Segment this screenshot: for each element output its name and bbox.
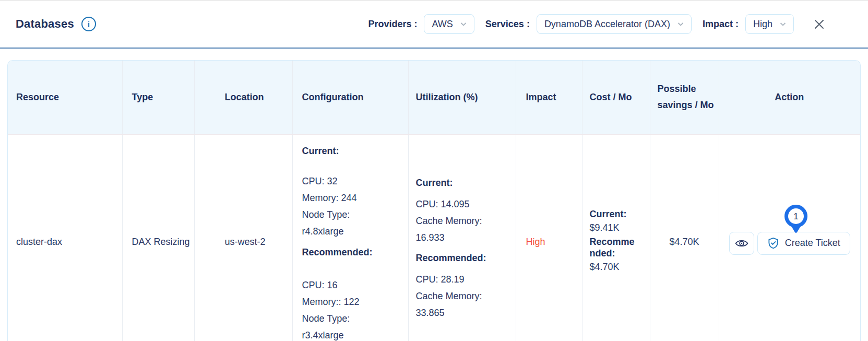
utilization-recommended-label: Recommended: [416,252,495,264]
page-title: Databases [16,17,74,31]
cost-current-value: $9.41K [590,220,637,236]
impact-badge: High [526,237,545,247]
column-header-action: Action [719,61,860,134]
config-recommended-line: CPU: 16 [302,277,408,293]
utilization-current-line: Cache Memory: 16.933 [416,213,495,246]
cell-possible-savings: $4.70K [650,134,719,341]
services-dropdown[interactable]: DynamoDB Accelerator (DAX) [537,14,692,34]
config-current-line: r4.8xlarge [302,223,408,240]
config-recommended-line: Memory:: 122 [302,293,408,310]
utilization-current-label: Current: [416,177,495,189]
column-header-impact: Impact [516,61,582,134]
view-details-button[interactable] [729,232,754,255]
cost-current-label: Current: [590,208,637,220]
chevron-down-icon [676,20,685,28]
close-panel-button[interactable] [811,16,827,32]
utilization-recommended-line: CPU: 28.19 [416,271,495,288]
cell-impact: High [516,134,582,341]
providers-label: Providers : [368,19,417,30]
recommendations-table: Resource Type Location Configuration Uti… [7,60,861,341]
column-header-utilization: Utilization (%) [408,61,516,134]
cell-action: Create Ticket [719,134,860,341]
create-ticket-button[interactable]: Create Ticket [757,232,850,255]
column-header-type: Type [122,61,194,134]
utilization-current-line: CPU: 14.095 [416,196,495,213]
config-recommended-label: Recommended: [302,246,408,258]
cell-configuration: Current: CPU: 32 Memory: 244 Node Type: … [292,134,408,341]
create-ticket-label: Create Ticket [785,238,840,249]
eye-icon [735,237,748,250]
column-header-cost: Cost / Mo [582,61,650,134]
config-current-line: Memory: 244 [302,190,408,206]
cell-cost: Current: $9.41K Recommended: $4.70K [582,134,650,341]
chevron-down-icon [779,20,787,28]
column-header-resource: Resource [8,61,122,134]
services-dropdown-value: DynamoDB Accelerator (DAX) [544,19,670,30]
shield-check-icon [767,237,779,249]
column-header-configuration: Configuration [292,61,408,134]
cell-type: DAX Resizing [122,134,194,341]
providers-dropdown-value: AWS [432,19,453,30]
config-current-label: Current: [302,145,408,157]
config-current-line: CPU: 32 [302,173,408,190]
cell-location: us-west-2 [194,134,292,341]
cost-recommended-label: Recommended: [590,236,637,259]
filter-bar: Providers : AWS Services : DynamoDB Acce… [368,14,827,34]
utilization-recommended-line: Cache Memory: 33.865 [416,288,495,321]
close-icon [813,18,825,30]
chevron-down-icon [459,20,468,28]
info-icon[interactable]: i [81,17,96,31]
cell-utilization: Current: CPU: 14.095 Cache Memory: 16.93… [408,134,516,341]
config-current-line: Node Type: [302,206,408,223]
providers-dropdown[interactable]: AWS [424,14,474,34]
column-header-possible-savings: Possible savings / Mo [650,61,719,134]
config-recommended-line: Node Type: [302,310,408,327]
cost-recommended-value: $4.70K [590,259,637,275]
impact-label: Impact : [703,19,739,30]
services-label: Services : [485,19,530,30]
panel-header: Databases i Providers : AWS Services : D… [0,1,868,49]
cell-resource: cluster-dax [8,134,122,341]
impact-dropdown-value: High [753,19,772,30]
column-header-location: Location [194,61,292,134]
impact-dropdown[interactable]: High [745,14,794,34]
config-recommended-line: r3.4xlarge [302,327,408,341]
table-row: cluster-dax DAX Resizing us-west-2 Curre… [8,134,860,341]
table-header-row: Resource Type Location Configuration Uti… [8,61,860,134]
